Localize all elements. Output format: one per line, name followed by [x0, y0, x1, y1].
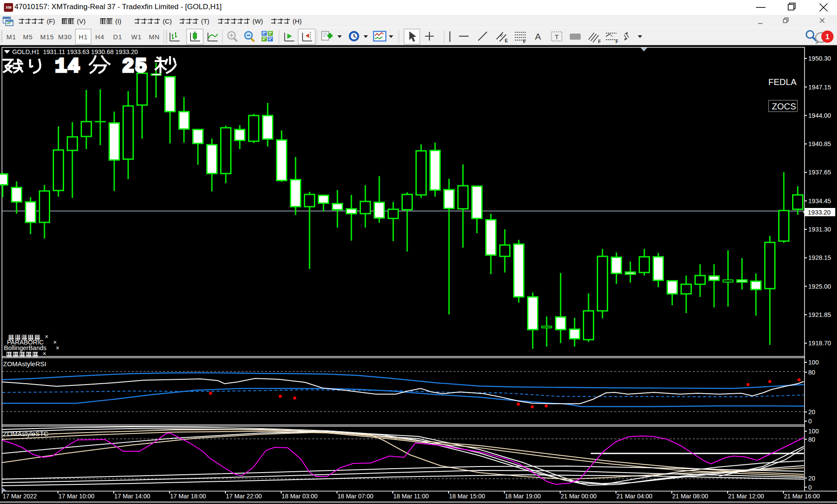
svg-text:1918.70: 1918.70 — [808, 340, 831, 347]
svg-text:100: 100 — [808, 428, 819, 435]
svg-text:25: 25 — [122, 55, 148, 76]
svg-text:1940.85: 1940.85 — [808, 140, 831, 147]
svg-text:17 Mar 18:00: 17 Mar 18:00 — [170, 493, 206, 500]
svg-text:18 Mar 07:00: 18 Mar 07:00 — [337, 493, 374, 500]
svg-text:1925.00: 1925.00 — [808, 283, 831, 290]
svg-text:18 Mar 19:00: 18 Mar 19:00 — [505, 493, 541, 500]
svg-text:×: × — [56, 344, 59, 351]
svg-text:1931.30: 1931.30 — [808, 226, 831, 233]
svg-text:17 Mar 14:00: 17 Mar 14:00 — [114, 493, 150, 500]
svg-text:21 Mar 00:00: 21 Mar 00:00 — [561, 493, 597, 500]
svg-text:20: 20 — [808, 409, 815, 415]
svg-text:20: 20 — [808, 475, 815, 482]
svg-text:21 Mar 16:00: 21 Mar 16:00 — [784, 493, 820, 500]
svg-text:1950.30: 1950.30 — [808, 55, 831, 62]
svg-text:100: 100 — [808, 359, 819, 366]
svg-text:80: 80 — [808, 369, 815, 376]
svg-text:ZOCS: ZOCS — [772, 102, 796, 111]
svg-text:1928.15: 1928.15 — [808, 254, 831, 261]
svg-text:14: 14 — [55, 55, 81, 76]
svg-text:21 Mar 12:00: 21 Mar 12:00 — [728, 493, 764, 500]
svg-text:21 Mar 08:00: 21 Mar 08:00 — [672, 493, 708, 500]
svg-text:80: 80 — [808, 436, 815, 443]
svg-text:18 Mar 15:00: 18 Mar 15:00 — [449, 493, 485, 500]
svg-text:1944.00: 1944.00 — [808, 112, 831, 119]
svg-text:17 Mar 22:00: 17 Mar 22:00 — [226, 493, 262, 500]
svg-text:1947.15: 1947.15 — [808, 84, 831, 91]
svg-text:18 Mar 11:00: 18 Mar 11:00 — [393, 493, 429, 500]
svg-text:1937.65: 1937.65 — [808, 169, 831, 176]
svg-text:18 Mar 03:00: 18 Mar 03:00 — [282, 493, 318, 500]
svg-text:0: 0 — [808, 484, 812, 491]
svg-text:17 Mar 2022: 17 Mar 2022 — [3, 493, 37, 500]
svg-text:17 Mar 10:00: 17 Mar 10:00 — [58, 493, 95, 500]
svg-text:1933.20: 1933.20 — [808, 209, 830, 216]
svg-text:21 Mar 04:00: 21 Mar 04:00 — [616, 493, 653, 500]
svg-text:1934.45: 1934.45 — [808, 198, 831, 204]
svg-text:FEDLA: FEDLA — [769, 77, 797, 87]
svg-text:1921.85: 1921.85 — [808, 311, 831, 318]
svg-text:0: 0 — [808, 418, 812, 425]
